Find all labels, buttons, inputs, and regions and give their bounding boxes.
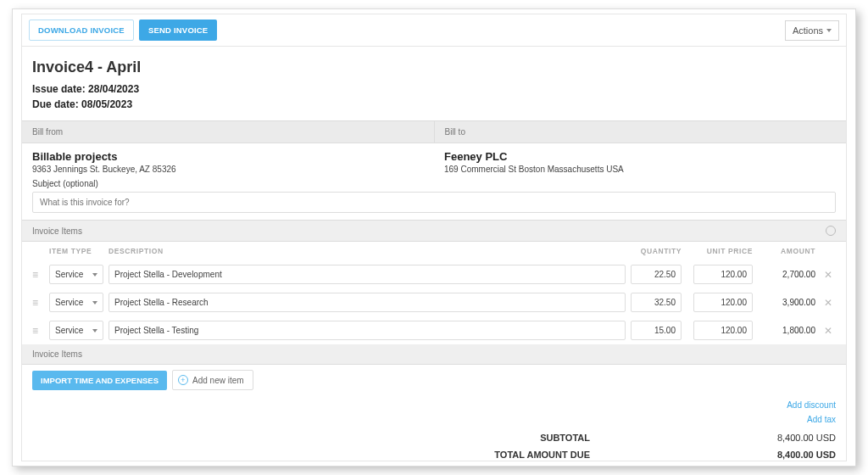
bill-from-address: 9363 Jennings St. Buckeye, AZ 85326 — [32, 165, 424, 174]
drag-handle-icon[interactable]: ≡ — [32, 325, 49, 337]
actions-dropdown[interactable]: Actions — [785, 20, 839, 41]
invoice-items-header: Invoice Items — [22, 220, 846, 242]
bill-from-block: Billable projects 9363 Jennings St. Buck… — [22, 143, 434, 174]
total-due-label: TOTAL AMOUNT DUE — [494, 450, 590, 460]
item-amount: 2,700.00 — [765, 270, 815, 279]
caret-down-icon — [92, 273, 97, 277]
bill-from-name: Billable projects — [32, 150, 424, 163]
gear-icon[interactable] — [826, 226, 836, 236]
delete-item-icon[interactable]: ✕ — [821, 269, 836, 281]
drag-handle-icon[interactable]: ≡ — [32, 269, 49, 281]
item-unit-price-input[interactable] — [693, 293, 753, 312]
actions-label: Actions — [793, 25, 823, 36]
invoice-title: Invoice4 - April — [32, 59, 836, 76]
issue-date-label: Issue date: — [32, 83, 86, 95]
add-tax-link[interactable]: Add tax — [807, 415, 836, 424]
total-due-value: 8,400.00 USD — [760, 450, 836, 460]
delete-item-icon[interactable]: ✕ — [821, 297, 836, 309]
bill-from-heading: Bill from — [22, 121, 434, 142]
item-quantity-input[interactable] — [631, 293, 682, 312]
col-description: Description — [108, 247, 626, 255]
item-quantity-input[interactable] — [631, 321, 682, 340]
item-unit-price-input[interactable] — [693, 265, 753, 284]
download-invoice-button[interactable]: Download Invoice — [29, 20, 134, 41]
invoice-item-row: ≡Service3,900.00✕ — [22, 288, 846, 316]
issue-date-value: 28/04/2023 — [88, 83, 139, 95]
item-unit-price-input[interactable] — [693, 321, 753, 340]
invoice-item-row: ≡Service1,800.00✕ — [22, 316, 846, 344]
due-date-value: 08/05/2023 — [81, 98, 132, 110]
item-type-select[interactable]: Service — [49, 265, 103, 284]
item-description-input[interactable] — [108, 293, 626, 312]
due-date-label: Due date: — [32, 98, 79, 110]
add-item-label: Add new item — [192, 376, 244, 385]
add-new-item-button[interactable]: + Add new item — [172, 370, 253, 390]
plus-icon: + — [178, 375, 188, 385]
invoice-items-title: Invoice Items — [32, 226, 826, 236]
import-time-expenses-button[interactable]: Import Time and Expenses — [32, 371, 167, 390]
add-discount-link[interactable]: Add discount — [787, 400, 836, 410]
bill-to-block: Feeney PLC 169 Commercial St Boston Mass… — [434, 143, 846, 174]
caret-down-icon — [826, 29, 832, 32]
item-description-input[interactable] — [108, 265, 626, 284]
parties: Billable projects 9363 Jennings St. Buck… — [22, 143, 846, 174]
bill-section-bar: Bill from Bill to — [22, 120, 846, 143]
caret-down-icon — [92, 329, 97, 332]
item-quantity-input[interactable] — [631, 265, 682, 284]
invoice-item-row: ≡Service2,700.00✕ — [22, 260, 846, 288]
col-amount: Amount — [765, 247, 815, 255]
caret-down-icon — [92, 301, 97, 305]
subject-label: Subject (optional) — [32, 179, 836, 188]
column-headers: Item Type Description Quantity Unit Pric… — [22, 242, 846, 260]
invoice-header: Invoice4 - April Issue date: 28/04/2023 … — [22, 47, 846, 120]
item-type-select[interactable]: Service — [49, 321, 103, 340]
bill-to-heading: Bill to — [434, 121, 847, 142]
col-item-type: Item Type — [49, 247, 103, 255]
invoice-items-footer: Invoice Items — [22, 344, 846, 365]
item-amount: 1,800.00 — [765, 326, 815, 335]
toolbar: Download Invoice Send Invoice Actions — [22, 14, 846, 47]
col-quantity: Quantity — [631, 247, 682, 255]
item-amount: 3,900.00 — [765, 298, 815, 307]
bill-to-address: 169 Commercial St Boston Massachusetts U… — [444, 165, 836, 174]
send-invoice-button[interactable]: Send Invoice — [139, 20, 218, 41]
delete-item-icon[interactable]: ✕ — [821, 325, 836, 337]
subtotal-value: 8,400.00 USD — [760, 433, 836, 443]
item-description-input[interactable] — [108, 321, 626, 340]
subject-input[interactable] — [32, 192, 836, 213]
bill-to-name: Feeney PLC — [444, 150, 836, 163]
subtotal-label: SUBTOTAL — [540, 433, 590, 443]
drag-handle-icon[interactable]: ≡ — [32, 297, 49, 309]
col-unit-price: Unit Price — [693, 247, 753, 255]
item-type-select[interactable]: Service — [49, 293, 103, 312]
